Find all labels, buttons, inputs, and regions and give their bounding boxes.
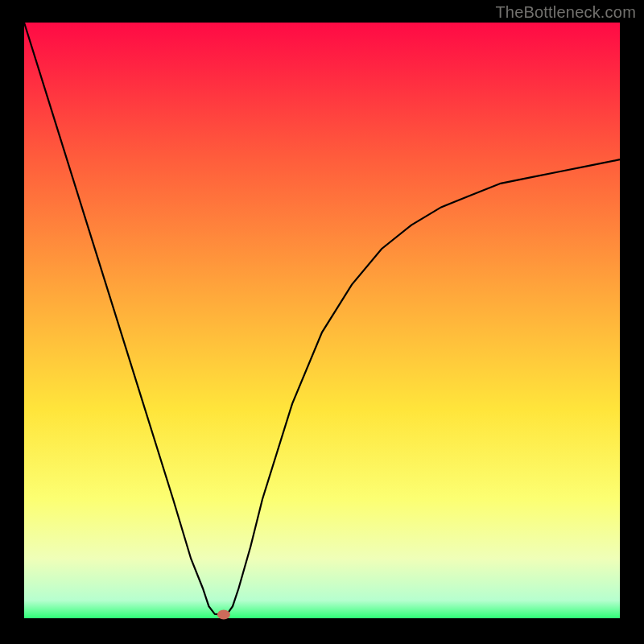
- optimum-marker: [217, 610, 230, 620]
- plot-area: [24, 23, 620, 618]
- gradient-plot: [0, 0, 644, 644]
- watermark: TheBottleneck.com: [495, 3, 636, 22]
- chart-frame: TheBottleneck.com: [0, 0, 644, 644]
